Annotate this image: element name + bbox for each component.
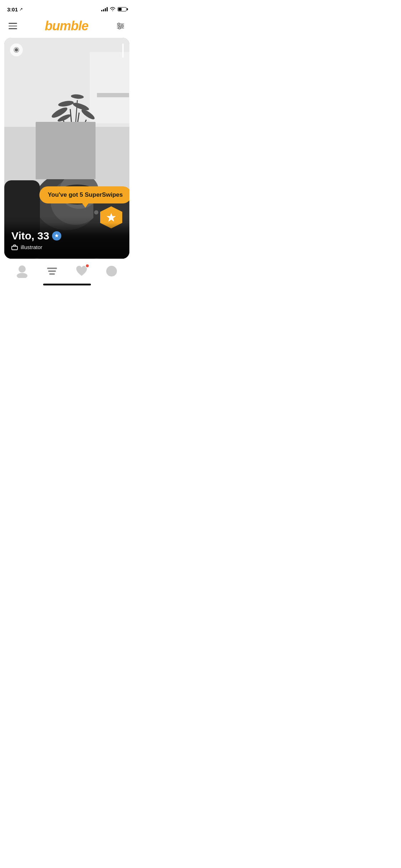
battery-icon <box>118 7 127 11</box>
card-container: You've got 5 SuperSwipes Vito, 33 <box>0 38 134 259</box>
star-icon <box>106 212 116 222</box>
matches-nav-icon <box>46 265 58 278</box>
svg-marker-43 <box>55 234 59 237</box>
menu-icon <box>9 23 17 24</box>
verified-badge <box>52 231 61 241</box>
menu-icon <box>9 28 17 29</box>
svg-point-45 <box>19 265 26 273</box>
svg-rect-47 <box>47 268 57 269</box>
status-time: 3:01 <box>7 6 18 12</box>
svg-point-50 <box>106 266 117 277</box>
profile-nav-icon <box>16 264 29 278</box>
story-icon <box>13 47 20 53</box>
svg-rect-8 <box>90 52 129 123</box>
top-nav: bumble <box>0 16 134 38</box>
filter-button[interactable] <box>114 20 127 32</box>
bottom-nav <box>0 259 134 281</box>
status-bar: 3:01 ↗ <box>0 0 134 16</box>
nav-item-profile[interactable] <box>16 264 29 278</box>
home-indicator <box>0 281 134 287</box>
verified-icon <box>54 233 59 238</box>
svg-rect-9 <box>97 93 129 97</box>
profile-card[interactable]: You've got 5 SuperSwipes Vito, 33 <box>4 38 129 259</box>
svg-rect-49 <box>49 273 55 275</box>
profile-name: Vito, 33 <box>11 230 122 242</box>
notification-dot <box>85 264 89 268</box>
nav-item-matches[interactable] <box>46 265 58 278</box>
home-pill <box>43 284 91 285</box>
photo-indicator <box>122 43 124 58</box>
location-icon: ↗ <box>19 7 23 12</box>
story-button[interactable] <box>10 43 23 56</box>
svg-point-3 <box>118 23 120 25</box>
svg-rect-48 <box>48 270 56 272</box>
menu-icon <box>9 26 17 27</box>
svg-point-5 <box>118 27 120 29</box>
svg-point-37 <box>94 210 98 215</box>
menu-button[interactable] <box>7 21 19 31</box>
card-info: Vito, 33 illustrator <box>4 223 129 259</box>
app-logo: bumble <box>45 19 88 33</box>
briefcase-icon <box>11 244 18 250</box>
face-blur <box>36 122 96 179</box>
signal-bars-icon <box>101 7 108 11</box>
svg-marker-42 <box>107 213 116 222</box>
nav-item-likes[interactable] <box>75 265 88 277</box>
filter-icon <box>116 21 125 31</box>
svg-rect-44 <box>12 246 17 250</box>
status-icons <box>101 6 127 12</box>
svg-point-4 <box>121 25 123 27</box>
nav-item-chat[interactable] <box>105 265 118 278</box>
svg-point-46 <box>17 273 27 278</box>
superswipe-tooltip: You've got 5 SuperSwipes <box>39 186 129 203</box>
chat-nav-icon <box>105 265 118 278</box>
profile-job: illustrator <box>11 244 122 250</box>
wifi-icon <box>110 6 115 12</box>
